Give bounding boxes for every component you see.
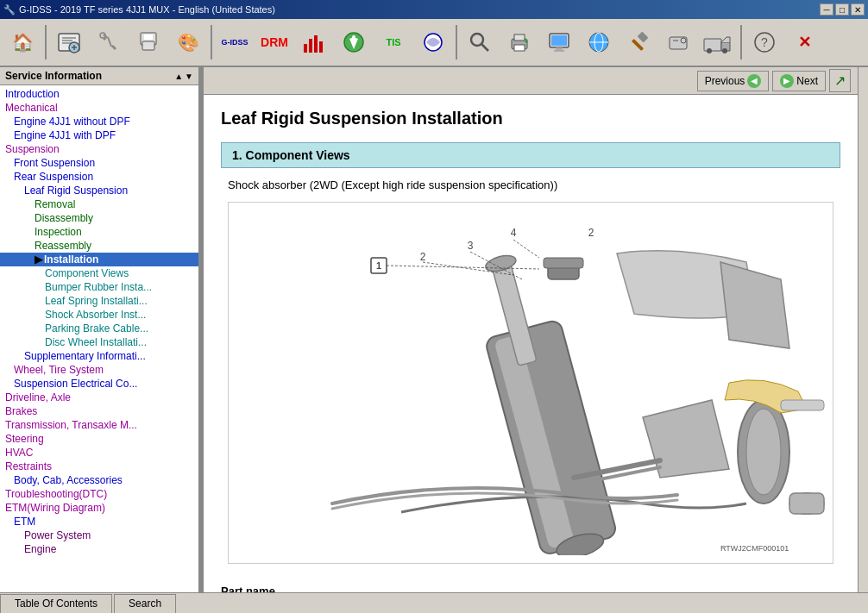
svg-rect-15 [319, 41, 323, 53]
svg-rect-32 [638, 32, 649, 43]
sidebar-item-etm[interactable]: ETM(Wiring Diagram) [0, 501, 198, 515]
nav-bar: Previous ◀ ▶ Next ↗ [204, 67, 858, 95]
connect-button[interactable] [414, 23, 452, 61]
right-scrollbar[interactable] [858, 67, 868, 592]
svg-rect-50 [544, 258, 583, 268]
sidebar-item-body-cab[interactable]: Body, Cab, Accessories [0, 473, 198, 487]
radio-button[interactable] [659, 23, 697, 61]
sidebar-content: Introduction Mechanical Engine 4JJ1 with… [0, 85, 198, 558]
search-tab[interactable]: Search [114, 594, 176, 613]
sidebar-item-installation[interactable]: ▶Installation [0, 253, 198, 266]
sidebar-item-transmission[interactable]: Transmission, Transaxle M... [0, 418, 198, 432]
hammer-button[interactable] [620, 23, 657, 61]
sidebar-item-leaf-spring[interactable]: Leaf Spring Installati... [0, 294, 198, 308]
page-title: Leaf Rigid Suspension Installation [221, 109, 840, 128]
svg-rect-37 [704, 39, 721, 51]
printer-button[interactable] [500, 23, 538, 61]
maximize-button[interactable]: □ [835, 3, 849, 16]
minimize-button[interactable]: ─ [820, 3, 833, 16]
sidebar-item-wheel-tire[interactable]: Wheel, Tire System [0, 363, 198, 377]
main-layout: Service Information ▲ ▼ Introduction Mec… [0, 67, 868, 592]
sidebar-item-driveline[interactable]: Driveline, Axle [0, 391, 198, 404]
globe-button[interactable] [580, 23, 618, 61]
tools-button[interactable] [90, 23, 128, 61]
alert-button[interactable] [335, 23, 373, 61]
svg-rect-22 [514, 34, 525, 41]
service-button[interactable] [50, 23, 88, 61]
sidebar-item-power-system[interactable]: Power System [0, 529, 198, 542]
sidebar-item-engine-sub[interactable]: Engine [0, 542, 198, 556]
gidss-button[interactable]: G-IDSS [216, 23, 254, 61]
previous-button[interactable]: Previous ◀ [697, 71, 770, 91]
close-button[interactable]: ✕ [851, 3, 865, 16]
sidebar-item-brakes[interactable]: Brakes [0, 404, 198, 418]
svg-rect-72 [789, 493, 824, 514]
part-list: Part name Nut [204, 578, 858, 592]
sidebar-item-leaf-rigid[interactable]: Leaf Rigid Suspension [0, 184, 198, 197]
svg-line-59 [513, 240, 539, 258]
sidebar-item-hvac[interactable]: HVAC [0, 446, 198, 460]
sidebar-item-removal[interactable]: Removal [0, 197, 198, 211]
sidebar-item-introduction[interactable]: Introduction [0, 87, 198, 101]
sidebar-item-component-views[interactable]: Component Views [0, 266, 198, 280]
sidebar-item-inspection[interactable]: Inspection [0, 225, 198, 239]
svg-rect-23 [514, 45, 525, 51]
home-button[interactable]: 🏠 [3, 23, 41, 61]
tis-button[interactable]: TIS [374, 23, 412, 61]
svg-text:3: 3 [468, 240, 474, 252]
svg-line-20 [481, 44, 488, 51]
chart-button[interactable] [295, 23, 333, 61]
sidebar: Service Information ▲ ▼ Introduction Mec… [0, 67, 200, 592]
content-area: Previous ◀ ▶ Next ↗ Leaf Rigid Suspensio… [204, 67, 858, 592]
sidebar-item-suspension[interactable]: Suspension [0, 142, 198, 156]
svg-rect-14 [314, 35, 318, 53]
sidebar-item-disc-wheel[interactable]: Disc Wheel Installati... [0, 335, 198, 349]
status-bar: Table Of Contents Search [0, 592, 868, 613]
sidebar-item-reassembly[interactable]: Reassembly [0, 239, 198, 253]
section-header: 1. Component Views [221, 142, 840, 168]
sidebar-item-shock-absorber[interactable]: Shock Absorber Inst... [0, 308, 198, 322]
svg-rect-28 [554, 50, 564, 52]
prev-label: Previous [705, 75, 745, 87]
toc-tab[interactable]: Table Of Contents [0, 594, 112, 613]
svg-text:?: ? [761, 35, 768, 49]
toolbar-separator2 [211, 25, 212, 59]
sidebar-item-restraints[interactable]: Restraints [0, 460, 198, 473]
print-button[interactable] [129, 23, 167, 61]
sidebar-item-dtc[interactable]: Troubleshooting(DTC) [0, 487, 198, 501]
sidebar-item-disassembly[interactable]: Disassembly [0, 211, 198, 225]
svg-text:2: 2 [420, 251, 426, 263]
monitor-button[interactable] [540, 23, 578, 61]
drm-button[interactable]: DRM [255, 23, 293, 61]
sidebar-item-bumper-rubber[interactable]: Bumper Rubber Insta... [0, 280, 198, 294]
sidebar-item-engine-dpf[interactable]: Engine 4JJ1 with DPF [0, 128, 198, 142]
sidebar-item-steering[interactable]: Steering [0, 432, 198, 446]
search-button[interactable] [461, 23, 499, 61]
diagram-ref-label: RTWJ2CMF000101 [720, 544, 789, 553]
sidebar-scroll[interactable]: ▲ ▼ [174, 72, 193, 81]
expand-button[interactable]: ↗ [829, 69, 851, 92]
sidebar-item-mechanical[interactable]: Mechanical [0, 101, 198, 115]
svg-point-19 [471, 34, 483, 46]
app-icon: 🔧 [3, 4, 16, 16]
svg-text:4: 4 [511, 227, 517, 239]
next-button[interactable]: ▶ Next [772, 71, 826, 91]
svg-line-53 [387, 266, 539, 269]
color-button[interactable]: 🎨 [169, 23, 207, 61]
close-app-button[interactable]: ✕ [785, 23, 823, 61]
svg-rect-12 [304, 44, 307, 53]
selected-arrow: ▶ [35, 253, 42, 266]
truck-button[interactable] [699, 23, 737, 61]
help-button[interactable]: ? [745, 23, 783, 61]
next-label: Next [796, 75, 818, 87]
sidebar-header: Service Information ▲ ▼ [0, 67, 198, 85]
sidebar-item-etm-sub[interactable]: ETM [0, 515, 198, 529]
svg-text:1: 1 [376, 260, 381, 271]
sidebar-item-front-suspension[interactable]: Front Suspension [0, 156, 198, 170]
toolbar-separator3 [456, 25, 457, 59]
sidebar-item-parking-brake[interactable]: Parking Brake Cable... [0, 322, 198, 335]
sidebar-item-suspension-elec[interactable]: Suspension Electrical Co... [0, 377, 198, 391]
sidebar-item-supplementary[interactable]: Supplementary Informati... [0, 349, 198, 363]
sidebar-item-rear-suspension[interactable]: Rear Suspension [0, 170, 198, 184]
sidebar-item-engine-no-dpf[interactable]: Engine 4JJ1 without DPF [0, 115, 198, 128]
